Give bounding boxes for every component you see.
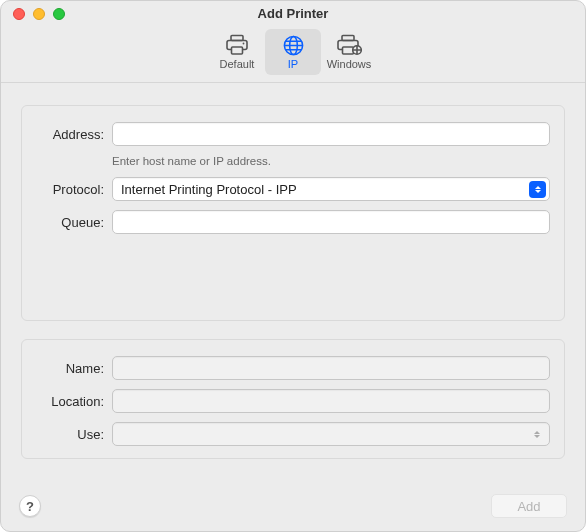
name-label: Name: — [36, 361, 112, 376]
location-label: Location: — [36, 394, 112, 409]
tab-windows[interactable]: Windows — [321, 29, 377, 75]
toolbar: Default IP — [1, 27, 585, 83]
tab-label-windows: Windows — [327, 58, 372, 70]
use-select — [112, 422, 550, 446]
address-label: Address: — [36, 127, 112, 142]
use-label: Use: — [36, 427, 112, 442]
chevron-up-down-icon — [531, 427, 543, 442]
queue-input[interactable] — [112, 210, 550, 234]
svg-point-3 — [243, 43, 245, 45]
protocol-selected-value: Internet Printing Protocol - IPP — [121, 182, 297, 197]
help-icon: ? — [26, 499, 34, 514]
connection-panel: Address: Enter host name or IP address. … — [21, 105, 565, 321]
svg-rect-9 — [343, 47, 354, 54]
add-button: Add — [491, 494, 567, 518]
content-area: Address: Enter host name or IP address. … — [1, 83, 585, 459]
address-input[interactable] — [112, 122, 550, 146]
chevron-up-down-icon — [529, 181, 546, 198]
add-printer-window: Add Printer Default — [0, 0, 586, 532]
protocol-label: Protocol: — [36, 182, 112, 197]
add-button-label: Add — [517, 499, 540, 514]
titlebar: Add Printer — [1, 1, 585, 27]
printer-windows-icon — [336, 32, 362, 58]
globe-icon — [282, 32, 305, 58]
tab-segmented-control: Default IP — [209, 29, 377, 75]
printer-icon — [225, 32, 249, 58]
tab-label-default: Default — [220, 58, 255, 70]
name-input — [112, 356, 550, 380]
svg-rect-2 — [232, 47, 243, 54]
details-panel: Name: Location: Use: — [21, 339, 565, 459]
queue-label: Queue: — [36, 215, 112, 230]
footer: ? Add — [1, 481, 585, 531]
address-hint: Enter host name or IP address. — [112, 155, 271, 167]
location-input — [112, 389, 550, 413]
tab-default[interactable]: Default — [209, 29, 265, 75]
help-button[interactable]: ? — [19, 495, 41, 517]
protocol-select[interactable]: Internet Printing Protocol - IPP — [112, 177, 550, 201]
tab-label-ip: IP — [288, 58, 298, 70]
window-title: Add Printer — [1, 6, 585, 21]
tab-ip[interactable]: IP — [265, 29, 321, 75]
